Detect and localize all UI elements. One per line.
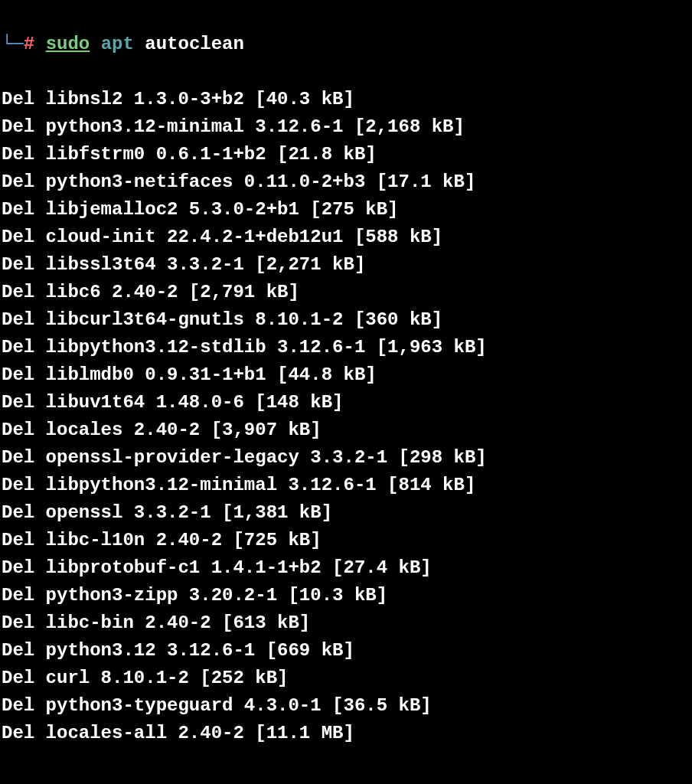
output-line: Del locales-all 2.40-2 [11.1 MB] <box>2 720 690 747</box>
cmd-sudo: sudo <box>46 34 90 54</box>
prompt-branch-icon: └─ <box>2 34 24 54</box>
cmd-argument: autoclean <box>145 34 244 54</box>
terminal-output: └─# sudo apt autoclean Del libnsl2 1.3.0… <box>2 3 690 775</box>
output-lines-container: Del libnsl2 1.3.0-3+b2 [40.3 kB]Del pyth… <box>2 86 690 747</box>
prompt-hash: # <box>24 34 34 54</box>
output-line: Del libjemalloc2 5.3.0-2+b1 [275 kB] <box>2 196 690 224</box>
output-line: Del libpython3.12-stdlib 3.12.6-1 [1,963… <box>2 334 690 361</box>
output-line: Del curl 8.10.1-2 [252 kB] <box>2 665 690 692</box>
output-line: Del liblmdb0 0.9.31-1+b1 [44.8 kB] <box>2 361 690 389</box>
output-line: Del python3.12 3.12.6-1 [669 kB] <box>2 637 690 665</box>
output-line: Del libc-l10n 2.40-2 [725 kB] <box>2 527 690 554</box>
output-line: Del python3.12-minimal 3.12.6-1 [2,168 k… <box>2 113 690 141</box>
output-line: Del locales 2.40-2 [3,907 kB] <box>2 416 690 444</box>
output-line: Del cloud-init 22.4.2-1+deb12u1 [588 kB] <box>2 224 690 251</box>
output-line: Del python3-netifaces 0.11.0-2+b3 [17.1 … <box>2 168 690 196</box>
cmd-apt: apt <box>101 34 134 54</box>
output-line: Del libssl3t64 3.3.2-1 [2,271 kB] <box>2 251 690 279</box>
output-line: Del libnsl2 1.3.0-3+b2 [40.3 kB] <box>2 86 690 113</box>
output-line: Del libc-bin 2.40-2 [613 kB] <box>2 609 690 637</box>
command-line[interactable]: └─# sudo apt autoclean <box>2 31 690 58</box>
output-line: Del libpython3.12-minimal 3.12.6-1 [814 … <box>2 472 690 499</box>
output-line: Del libprotobuf-c1 1.4.1-1+b2 [27.4 kB] <box>2 554 690 582</box>
output-line: Del libuv1t64 1.48.0-6 [148 kB] <box>2 389 690 416</box>
output-line: Del python3-zipp 3.20.2-1 [10.3 kB] <box>2 582 690 609</box>
output-line: Del openssl 3.3.2-1 [1,381 kB] <box>2 499 690 527</box>
output-line: Del openssl-provider-legacy 3.3.2-1 [298… <box>2 444 690 472</box>
output-line: Del python3-typeguard 4.3.0-1 [36.5 kB] <box>2 692 690 720</box>
output-line: Del libcurl3t64-gnutls 8.10.1-2 [360 kB] <box>2 306 690 334</box>
output-line: Del libfstrm0 0.6.1-1+b2 [21.8 kB] <box>2 141 690 168</box>
output-line: Del libc6 2.40-2 [2,791 kB] <box>2 279 690 306</box>
